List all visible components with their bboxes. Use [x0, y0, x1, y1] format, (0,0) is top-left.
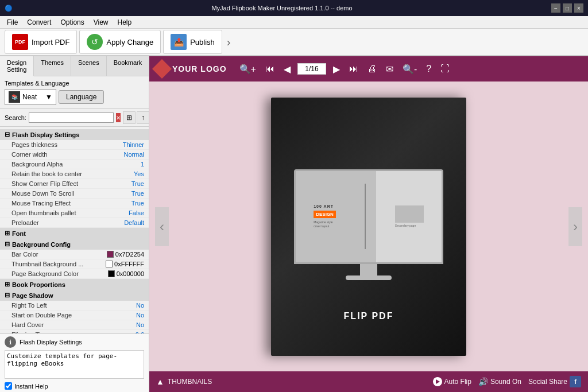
flip-pdf-label: FLIP PDF [344, 311, 394, 321]
template-controls: 📚 Neat ▼ Language [5, 89, 144, 105]
template-section: Templates & Language 📚 Neat ▼ Language [0, 76, 149, 109]
language-button[interactable]: Language [59, 90, 104, 104]
last-page-button[interactable]: ⏭ [347, 63, 361, 75]
tab-themes[interactable]: Themes [34, 56, 71, 76]
instant-help-checkbox[interactable] [5, 382, 12, 390]
thumbnails-label[interactable]: THUMBNAILS [168, 378, 212, 386]
info-textarea[interactable]: Customize templates for page-flipping eB… [5, 350, 144, 379]
apply-change-button[interactable]: ↺ Apply Change [79, 30, 161, 54]
import-pdf-button[interactable]: PDF Import PDF [5, 30, 77, 54]
app-icon: 🔵 [5, 5, 13, 12]
font-label: Font [12, 230, 26, 237]
font-section-header[interactable]: ⊞ Font [0, 228, 149, 239]
tab-design-setting[interactable]: Design Setting [0, 56, 34, 76]
search-bar: Search: ✕ ⊞ ↑ [0, 109, 149, 127]
logo-diamond-icon [152, 59, 172, 79]
book-prop-label: Book Proportions [12, 281, 65, 288]
menu-options[interactable]: Options [56, 17, 88, 28]
book-preview: 100 ART DESIGN Magazine stylecover layou… [271, 98, 466, 356]
window-controls: − □ × [551, 3, 583, 13]
play-icon [433, 377, 442, 386]
publish-button[interactable]: 📤 Publish [163, 30, 222, 54]
sound-on-label: Sound On [490, 378, 521, 386]
search-tool-btn-2[interactable]: ↑ [137, 111, 149, 124]
flash-display-section-header[interactable]: ⊟ Flash Display Settings [0, 129, 149, 140]
book-icon: 📚 [9, 91, 20, 103]
setting-open-thumb: Open thumbnails pallet False [0, 208, 149, 218]
auto-flip-label: Auto Flip [444, 378, 471, 386]
setting-mouse-down: Mouse Down To Scroll True [0, 189, 149, 199]
template-name: Neat [22, 93, 37, 101]
print-button[interactable]: 🖨 [365, 63, 379, 75]
nav-left-button[interactable]: ‹ [155, 207, 169, 246]
tab-bookmark[interactable]: Bookmark [107, 56, 149, 76]
info-title: Flash Display Settings [20, 339, 82, 346]
bottom-info: ℹ Flash Display Settings Customize templ… [0, 333, 149, 392]
zoom-in-button[interactable]: 🔍+ [237, 63, 258, 76]
minimize-button[interactable]: − [551, 3, 560, 13]
setting-pages-thickness: Pages thickness Thinner [0, 140, 149, 150]
preview-area: ‹ 100 ART DESIGN Magazine stylecover lay [149, 81, 588, 371]
search-tool-btn-1[interactable]: ⊞ [123, 111, 136, 124]
window-title: MyJad Flipbook Maker Unregistered 1.1.0 … [13, 5, 551, 11]
close-button[interactable]: × [574, 3, 583, 13]
bg-config-section-header[interactable]: ⊟ Background Config [0, 239, 149, 250]
import-pdf-label: Import PDF [32, 38, 69, 46]
logo-area: YOUR LOGO [155, 62, 227, 76]
setting-thumb-bg: Thumbnail Background ... 0xFFFFFF [0, 259, 149, 269]
thumbnails-section: ▲ THUMBNAILS [156, 377, 212, 386]
menu-convert[interactable]: Convert [22, 17, 56, 28]
publish-icon: 📤 [171, 34, 187, 50]
logo-text: YOUR LOGO [172, 64, 227, 73]
page-shadow-section-header[interactable]: ⊟ Page Shadow [0, 290, 149, 301]
page-input[interactable] [297, 63, 326, 75]
prev-page-button[interactable]: ◀ [281, 63, 293, 76]
book-prop-expand-icon: ⊞ [5, 281, 10, 288]
left-panel: Design Setting Themes Scenes Bookmark Te… [0, 56, 149, 392]
main-content: YOUR LOGO 🔍+ ⏮ ◀ ▶ ⏭ 🖨 ✉ 🔍- ? ⛶ ‹ [149, 56, 588, 392]
setting-hard-cover: Hard Cover No [0, 320, 149, 330]
book-prop-section-header[interactable]: ⊞ Book Proportions [0, 279, 149, 290]
crop-button[interactable]: ⛶ [438, 63, 452, 75]
preview-toolbar: YOUR LOGO 🔍+ ⏮ ◀ ▶ ⏭ 🖨 ✉ 🔍- ? ⛶ [149, 56, 588, 81]
template-select[interactable]: 📚 Neat ▼ [5, 89, 56, 105]
bg-expand-icon: ⊟ [5, 240, 10, 248]
social-share-button[interactable]: Social Share f [528, 376, 581, 387]
play-triangle [436, 379, 440, 384]
apply-icon: ↺ [87, 34, 103, 50]
social-share-label: Social Share [528, 378, 567, 386]
sound-on-button[interactable]: 🔊 Sound On [478, 377, 521, 386]
search-label: Search: [5, 114, 26, 121]
setting-double-page: Start on Double Page No [0, 311, 149, 320]
auto-flip-button[interactable]: Auto Flip [433, 377, 471, 386]
menubar: File Convert Options View Help [0, 16, 588, 29]
menu-view[interactable]: View [89, 17, 113, 28]
instant-help-row: Instant Help [5, 382, 144, 390]
setting-bar-color: Bar Color 0x7D2254 [0, 250, 149, 259]
next-page-button[interactable]: ▶ [331, 63, 342, 76]
email-button[interactable]: ✉ [384, 63, 396, 76]
pdf-icon: PDF [12, 34, 28, 50]
menu-help[interactable]: Help [113, 17, 137, 28]
thumbnails-expand-icon: ▲ [156, 377, 164, 386]
search-clear-button[interactable]: ✕ [116, 113, 121, 122]
zoom-out-button[interactable]: 🔍- [400, 63, 419, 76]
search-input[interactable] [29, 112, 114, 123]
bottom-bar: ▲ THUMBNAILS Auto Flip 🔊 Sound On Social… [149, 371, 588, 392]
page-bg-swatch [108, 270, 115, 277]
info-icon: ℹ [5, 336, 16, 348]
page-shadow-expand-icon: ⊟ [5, 292, 10, 299]
monitor-base [346, 275, 392, 280]
menu-file[interactable]: File [2, 17, 22, 28]
toolbar-more-arrow[interactable]: › [225, 36, 233, 49]
nav-right-button[interactable]: › [568, 207, 582, 246]
setting-corner-flip: Show Corner Flip Effect True [0, 179, 149, 189]
instant-help-label: Instant Help [14, 383, 48, 390]
maximize-button[interactable]: □ [563, 3, 572, 13]
first-page-button[interactable]: ⏮ [263, 63, 277, 75]
tab-scenes[interactable]: Scenes [71, 56, 107, 76]
help-button[interactable]: ? [424, 63, 434, 75]
bar-color-swatch [107, 251, 114, 258]
setting-mouse-trace: Mouse Tracing Effect True [0, 199, 149, 208]
titlebar: 🔵 MyJad Flipbook Maker Unregistered 1.1.… [0, 0, 588, 16]
